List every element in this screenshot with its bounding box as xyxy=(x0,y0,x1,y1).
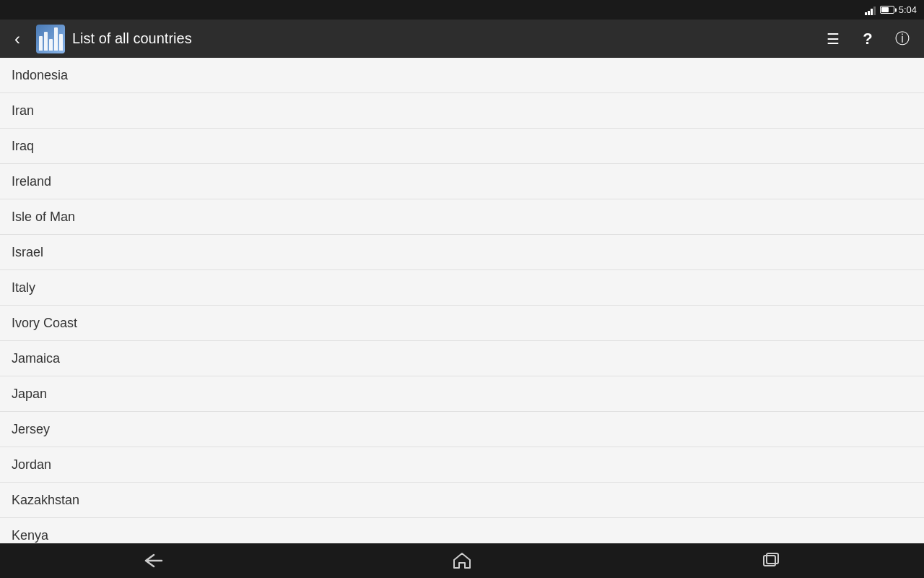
list-item-label: Iran xyxy=(12,103,34,118)
time-display: 5:04 xyxy=(899,4,917,15)
app-icon-inner xyxy=(36,25,65,53)
list-item[interactable]: Jordan xyxy=(0,447,924,483)
list-item-label: Kenya xyxy=(12,528,48,543)
info-button[interactable]: ⓘ xyxy=(886,23,918,55)
help-button[interactable]: ? xyxy=(852,23,884,55)
list-item[interactable]: Japan xyxy=(0,376,924,412)
info-icon: ⓘ xyxy=(895,29,910,48)
country-list: IndonesiaIranIraqIrelandIsle of ManIsrae… xyxy=(0,58,924,543)
list-item[interactable]: Israel xyxy=(0,235,924,270)
list-item-label: Italy xyxy=(12,280,35,296)
list-item-label: Japan xyxy=(12,387,47,402)
list-item[interactable]: Kazakhstan xyxy=(0,483,924,518)
list-item-label: Jamaica xyxy=(12,351,60,366)
signal-icon xyxy=(865,5,876,15)
back-button[interactable]: ‹ xyxy=(6,27,29,51)
list-item-label: Indonesia xyxy=(12,68,68,83)
nav-home-icon xyxy=(453,552,471,569)
list-item[interactable]: Jersey xyxy=(0,412,924,447)
list-item-label: Kazakhstan xyxy=(12,493,79,508)
page-title: List of all countries xyxy=(72,30,810,47)
nav-back-icon xyxy=(144,553,164,569)
list-item-label: Jordan xyxy=(12,457,51,473)
list-item-label: Ireland xyxy=(12,174,51,189)
list-item-label: Israel xyxy=(12,245,43,260)
list-item[interactable]: Ireland xyxy=(0,164,924,199)
list-item-label: Ivory Coast xyxy=(12,316,77,331)
battery-icon xyxy=(880,6,894,14)
menu-icon: ☰ xyxy=(827,32,840,46)
status-bar: 5:04 xyxy=(0,0,924,20)
help-icon: ? xyxy=(863,30,872,48)
action-bar: ‹ List of all countries ☰ ? ⓘ xyxy=(0,20,924,58)
list-item-label: Jersey xyxy=(12,422,50,437)
list-item[interactable]: Italy xyxy=(0,270,924,306)
nav-recents-button[interactable] xyxy=(741,543,799,578)
list-item[interactable]: Indonesia xyxy=(0,58,924,93)
list-item[interactable]: Kenya xyxy=(0,518,924,543)
list-item-label: Iraq xyxy=(12,139,34,154)
app-icon xyxy=(36,25,65,53)
list-item[interactable]: Ivory Coast xyxy=(0,306,924,341)
menu-button[interactable]: ☰ xyxy=(817,23,849,55)
list-item[interactable]: Iran xyxy=(0,93,924,129)
back-icon: ‹ xyxy=(14,29,20,49)
action-icons: ☰ ? ⓘ xyxy=(817,23,918,55)
nav-recents-icon xyxy=(762,552,779,569)
list-item-label: Isle of Man xyxy=(12,210,75,225)
nav-home-button[interactable] xyxy=(433,543,491,578)
list-item[interactable]: Isle of Man xyxy=(0,199,924,235)
status-icons: 5:04 xyxy=(865,4,917,15)
list-item[interactable]: Jamaica xyxy=(0,341,924,376)
bottom-navigation xyxy=(0,543,924,578)
list-item[interactable]: Iraq xyxy=(0,129,924,164)
nav-back-button[interactable] xyxy=(125,543,183,578)
